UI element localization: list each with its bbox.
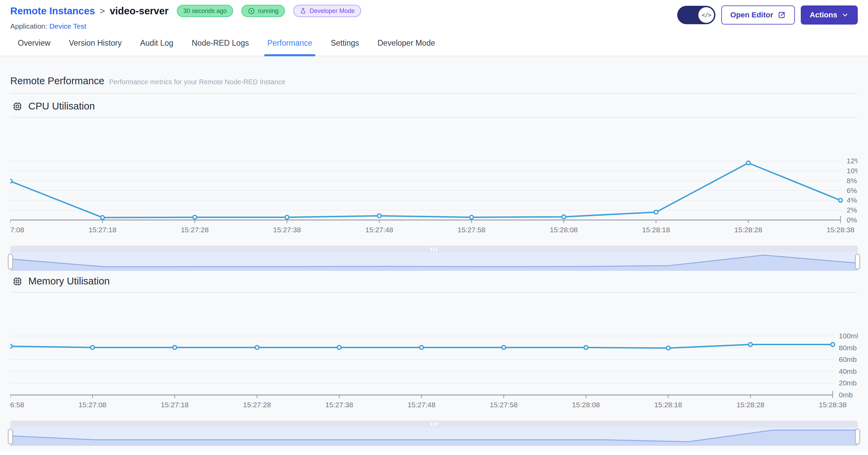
tab-settings[interactable]: Settings (331, 30, 359, 56)
page-header: Remote Instances > video-server 30 secon… (0, 0, 868, 30)
performance-page: Remote Performance Performance metrics f… (0, 56, 868, 451)
tab-audit-log[interactable]: Audit Log (140, 30, 173, 56)
cpu-chart-brush[interactable] (10, 246, 858, 271)
cpu-brush-right-handle[interactable] (855, 254, 860, 269)
memory-chart-brush[interactable] (10, 421, 858, 446)
cpu-chip-icon (12, 101, 23, 112)
page-subtitle: Performance metrics for your Remote Node… (109, 78, 286, 86)
developer-mode-badge: Developer Mode (293, 5, 361, 17)
svg-text:6%: 6% (847, 187, 857, 194)
svg-text:15:28:28: 15:28:28 (737, 401, 765, 409)
tab-node-red-logs[interactable]: Node-RED Logs (192, 30, 249, 56)
svg-text:7:08: 7:08 (10, 226, 24, 234)
grip-icon (431, 247, 437, 251)
svg-text:15:27:28: 15:27:28 (181, 226, 209, 234)
header-left: Remote Instances > video-server 30 secon… (10, 5, 361, 30)
breadcrumb-separator-icon: > (100, 6, 105, 16)
svg-text:15:28:08: 15:28:08 (572, 401, 600, 409)
tab-overview[interactable]: Overview (18, 30, 51, 56)
svg-text:6:58: 6:58 (10, 401, 24, 409)
svg-text:15:27:38: 15:27:38 (273, 226, 301, 234)
svg-text:60mb: 60mb (839, 355, 857, 363)
svg-text:80mb: 80mb (839, 344, 857, 352)
status-badge: running (241, 5, 285, 17)
play-circle-icon (248, 8, 255, 15)
memory-section-head: Memory Utilisation (10, 271, 858, 292)
svg-text:15:27:18: 15:27:18 (88, 226, 116, 234)
cpu-brush-drag-bar[interactable] (10, 246, 858, 252)
cpu-brush-minichart (10, 252, 858, 271)
memory-brush-right-handle[interactable] (855, 429, 860, 444)
cpu-utilisation-chart: 0%2%4%6%8%10%12%7:0815:27:1815:27:2815:2… (10, 118, 858, 235)
cpu-brush-left-handle[interactable] (8, 254, 13, 269)
svg-text:15:27:58: 15:27:58 (458, 226, 486, 234)
actions-label: Actions (810, 11, 837, 19)
svg-text:15:28:28: 15:28:28 (734, 226, 762, 234)
application-row: Application:Device Test (10, 22, 361, 30)
memory-brush-minichart (10, 427, 858, 446)
svg-text:15:27:28: 15:27:28 (243, 401, 271, 409)
svg-text:2%: 2% (847, 206, 857, 214)
tab-bar: OverviewVersion HistoryAudit LogNode-RED… (0, 30, 868, 56)
actions-button[interactable]: Actions (801, 5, 858, 25)
svg-text:0%: 0% (847, 216, 857, 224)
cpu-section: CPU Utilisation 0%2%4%6%8%10%12%7:0815:2… (10, 94, 858, 271)
svg-text:40mb: 40mb (839, 367, 857, 375)
svg-text:8%: 8% (847, 177, 857, 185)
svg-text:0mb: 0mb (839, 391, 853, 399)
application-label: Application: (10, 22, 47, 30)
header-actions: </> Open Editor Actions (677, 5, 858, 25)
svg-text:15:28:08: 15:28:08 (550, 226, 578, 234)
cpu-chip-icon (12, 276, 23, 287)
memory-brush-drag-bar[interactable] (10, 421, 858, 427)
tab-version-history[interactable]: Version History (69, 30, 122, 56)
cpu-section-head: CPU Utilisation (10, 94, 858, 117)
svg-text:10%: 10% (847, 167, 858, 175)
memory-brush-left-handle[interactable] (8, 429, 13, 444)
last-seen-badge: 30 seconds ago (177, 5, 233, 17)
external-link-icon (777, 11, 786, 19)
immersive-editor-toggle[interactable]: </> (677, 6, 715, 24)
last-seen-text: 30 seconds ago (183, 8, 227, 15)
app: Remote Instances > video-server 30 secon… (0, 0, 868, 455)
svg-text:20mb: 20mb (839, 379, 857, 387)
grip-icon (431, 422, 437, 426)
developer-mode-text: Developer Mode (310, 8, 355, 15)
page-title: Remote Performance (10, 75, 104, 87)
svg-text:15:27:38: 15:27:38 (325, 401, 353, 409)
svg-text:15:28:38: 15:28:38 (827, 226, 855, 234)
open-editor-label: Open Editor (730, 11, 773, 19)
svg-text:12%: 12% (847, 157, 858, 165)
svg-text:15:27:18: 15:27:18 (161, 401, 189, 409)
svg-text:15:28:18: 15:28:18 (642, 226, 670, 234)
svg-text:15:28:18: 15:28:18 (654, 401, 682, 409)
instance-name: video-server (110, 5, 169, 17)
tab-developer-mode[interactable]: Developer Mode (378, 30, 435, 56)
page-head: Remote Performance Performance metrics f… (10, 56, 858, 93)
svg-text:15:27:08: 15:27:08 (79, 401, 106, 409)
svg-text:15:27:58: 15:27:58 (490, 401, 518, 409)
svg-text:100mb: 100mb (839, 332, 858, 340)
open-editor-button[interactable]: Open Editor (721, 5, 795, 25)
tab-performance[interactable]: Performance (267, 30, 312, 56)
memory-utilisation-chart: 0mb20mb40mb60mb80mb100mb6:5815:27:0815:2… (10, 293, 858, 410)
svg-text:15:27:48: 15:27:48 (365, 226, 393, 234)
memory-section: Memory Utilisation 0mb20mb40mb60mb80mb10… (10, 271, 858, 446)
application-link[interactable]: Device Test (49, 22, 86, 30)
memory-brush-track[interactable] (10, 427, 858, 446)
status-text: running (258, 8, 279, 15)
cpu-section-title: CPU Utilisation (28, 101, 95, 112)
beaker-icon (300, 8, 307, 14)
svg-text:4%: 4% (847, 196, 857, 204)
memory-section-title: Memory Utilisation (28, 276, 110, 287)
code-icon: </> (698, 7, 714, 23)
svg-text:15:28:38: 15:28:38 (819, 401, 847, 409)
svg-text:15:27:48: 15:27:48 (408, 401, 436, 409)
breadcrumb-remote-instances[interactable]: Remote Instances (10, 5, 95, 17)
breadcrumb: Remote Instances > video-server 30 secon… (10, 5, 361, 17)
cpu-brush-track[interactable] (10, 252, 858, 271)
chevron-down-icon (841, 11, 849, 19)
